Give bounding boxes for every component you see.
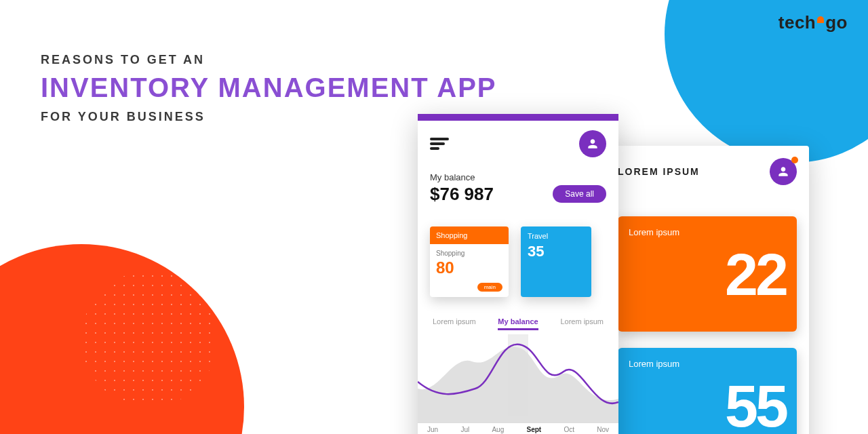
back-card2-label: Lorem ipsum [629, 359, 786, 369]
shopping-card-header: Shopping [430, 226, 509, 244]
shopping-chip[interactable]: main [477, 283, 502, 292]
back-title: LOREM IPSUM [618, 166, 700, 177]
back-avatar-wrap[interactable] [770, 158, 797, 185]
headline-line2: INVENTORY MANAGEMENT APP [41, 73, 497, 103]
month-label[interactable]: Oct [564, 426, 574, 433]
notification-badge-icon [791, 157, 798, 163]
phone-mock-front: My balance $76 987 Save all Shopping Sho… [418, 114, 618, 434]
brand-logo: techgo [778, 12, 848, 33]
travel-card-value: 35 [528, 243, 585, 260]
balance-amount: $76 987 [430, 184, 494, 205]
back-card-1[interactable]: Lorem ipsum 22 [618, 216, 797, 332]
shopping-card-value: 80 [436, 258, 502, 277]
decor-red-circle [0, 244, 244, 434]
balance-label: My balance [430, 172, 606, 182]
travel-card-header: Travel [528, 232, 585, 240]
tab-center[interactable]: My balance [498, 317, 538, 330]
back-card2-value: 55 [629, 381, 786, 432]
travel-card[interactable]: Travel 35 [521, 226, 591, 297]
brand-dot-icon [817, 16, 824, 23]
shopping-card[interactable]: Shopping Shopping 80 main [430, 226, 509, 297]
person-icon [776, 165, 790, 178]
tab-row: Lorem ipsum My balance Lorem ipsum [418, 317, 618, 330]
hamburger-menu-icon[interactable] [430, 138, 449, 150]
back-card1-value: 22 [629, 250, 786, 300]
front-topbar [418, 114, 618, 121]
month-label-selected[interactable]: Sept [526, 426, 541, 433]
tab-left[interactable]: Lorem ipsum [433, 317, 476, 330]
chart-svg [418, 334, 618, 422]
phone-mock-back: LOREM IPSUM Lorem ipsum 22 Lorem ipsum 5… [606, 146, 809, 434]
balance-chart [418, 334, 618, 422]
month-label[interactable]: Jun [427, 426, 438, 433]
save-all-button[interactable]: Save all [553, 185, 606, 203]
tab-right[interactable]: Lorem ipsum [560, 317, 604, 330]
month-label[interactable]: Nov [597, 426, 609, 433]
back-card1-label: Lorem ipsum [629, 227, 786, 237]
person-icon [586, 137, 599, 151]
month-label[interactable]: Jul [460, 426, 469, 433]
back-card-2[interactable]: Lorem ipsum 55 [618, 348, 797, 434]
months-axis: Jun Jul Aug Sept Oct Nov [418, 422, 618, 433]
headline-line1: REASONS TO GET AN [41, 53, 497, 67]
shopping-card-sub: Shopping [436, 250, 502, 257]
user-avatar-icon[interactable] [579, 130, 606, 157]
chart-series-grey [418, 347, 618, 422]
month-label[interactable]: Aug [492, 426, 504, 433]
